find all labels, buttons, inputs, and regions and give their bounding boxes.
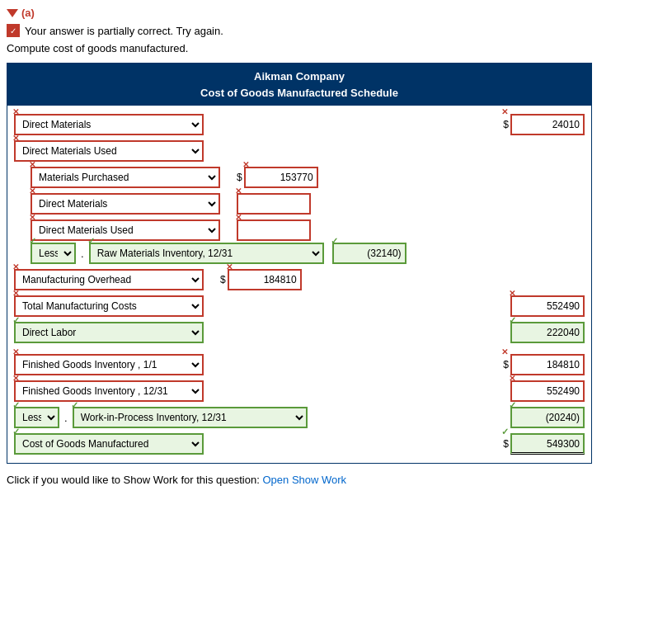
value-wrap-right-13: $ (503, 433, 585, 455)
select-materials-purchased[interactable]: Materials Purchased (31, 167, 220, 188)
select-finished-goods-1231[interactable]: Finished Goods Inventory , 12/31 (14, 380, 204, 402)
value-wrap-right-11 (510, 380, 585, 402)
input-20240[interactable] (510, 407, 585, 428)
dropdown-wrap-5: Direct Materials Used (31, 219, 220, 241)
row-direct-materials-used-1: Direct Materials Used (14, 140, 585, 162)
row-finished-goods-11: Finished Goods Inventory , 1/1 $ (14, 354, 585, 375)
dropdown-wrap-wip: Work-in-Process Inventory, 12/31 (73, 407, 308, 428)
input-552490-right[interactable] (510, 295, 585, 317)
value-wrap-mid-5 (237, 219, 311, 241)
row-manufacturing-overhead: Manufacturing Overhead $ (14, 269, 585, 290)
select-direct-labor[interactable]: Direct Labor (14, 322, 204, 343)
input-153770[interactable] (244, 167, 318, 188)
dollar-sign-3: $ (237, 172, 242, 183)
select-finished-goods-11[interactable]: Finished Goods Inventory , 1/1 (14, 354, 204, 375)
input-549300[interactable] (510, 433, 585, 455)
schedule-title: Cost of Goods Manufactured Schedule (11, 85, 588, 101)
dropdown-wrap-2: Direct Materials Used (14, 140, 204, 162)
footer: Click if you would like to Show Work for… (7, 474, 665, 486)
row-direct-materials-used-2: Direct Materials Used (14, 219, 585, 241)
value-wrap-mid-3 (244, 167, 318, 188)
row-materials-purchased: Materials Purchased $ (14, 167, 585, 188)
input-24010[interactable] (510, 114, 585, 135)
select-wip[interactable]: Work-in-Process Inventory, 12/31 (73, 407, 308, 428)
input-32140[interactable] (332, 243, 406, 264)
select-raw-materials[interactable]: Raw Materials Inventory, 12/31 (89, 243, 324, 264)
row-total-manufacturing: Total Manufacturing Costs (14, 295, 585, 317)
footer-text: Click if you would like to Show Work for… (7, 474, 260, 486)
dropdown-wrap-9: Direct Labor (14, 322, 204, 343)
select-cogm[interactable]: Cost of Goods Manufactured (14, 433, 204, 455)
schedule-body: Direct Materials $ Direct Materials Used… (7, 106, 591, 463)
select-manufacturing-overhead[interactable]: Manufacturing Overhead (14, 269, 204, 290)
dropdown-wrap-8: Total Manufacturing Costs (14, 295, 204, 317)
select-less-2[interactable]: Less (14, 407, 59, 428)
row-less-raw-materials: Less . Raw Materials Inventory, 12/31 (14, 243, 585, 264)
partial-correct-text: Your answer is partially correct. Try ag… (25, 25, 223, 37)
row-direct-materials-1: Direct Materials $ (14, 111, 585, 135)
row-direct-labor: Direct Labor (14, 322, 585, 343)
partial-correct-banner: ✓ Your answer is partially correct. Try … (7, 24, 665, 37)
company-name: Aikman Company (11, 68, 588, 85)
dollar-sign-1: $ (503, 119, 509, 130)
triangle-icon (7, 9, 18, 17)
value-wrap-mid-7 (228, 269, 302, 290)
dropdown-wrap-1: Direct Materials (14, 114, 204, 135)
value-wrap-right-8 (510, 295, 585, 317)
input-empty-4[interactable] (237, 193, 311, 215)
select-total-manufacturing[interactable]: Total Manufacturing Costs (14, 295, 204, 317)
input-empty-5[interactable] (237, 219, 311, 241)
input-184810-right[interactable] (510, 354, 585, 375)
dropdown-wrap-4: Direct Materials (31, 193, 220, 215)
value-wrap-mid-4 (237, 193, 311, 215)
instruction-text: Compute cost of goods manufactured. (7, 42, 665, 54)
select-direct-materials-used-2[interactable]: Direct Materials Used (31, 219, 220, 241)
value-wrap-32140 (332, 243, 406, 264)
row-less-wip: Less . Work-in-Process Inventory, 12/31 (14, 407, 585, 428)
dollar-sign-13: $ (503, 438, 509, 450)
open-show-work-link[interactable]: Open Show Work (262, 474, 346, 486)
section-label: (a) (21, 7, 35, 19)
section-a-header: (a) (7, 7, 665, 19)
dropdown-wrap-raw: Raw Materials Inventory, 12/31 (89, 243, 324, 264)
row-finished-goods-1231: Finished Goods Inventory , 12/31 (14, 380, 585, 402)
schedule-header: Aikman Company Cost of Goods Manufacture… (7, 64, 591, 106)
select-direct-materials-1[interactable]: Direct Materials (14, 114, 204, 135)
dropdown-wrap-less-1: Less (31, 243, 76, 264)
select-direct-materials-used-1[interactable]: Direct Materials Used (14, 140, 204, 162)
schedule-container: Aikman Company Cost of Goods Manufacture… (7, 63, 592, 464)
select-less-1[interactable]: Less (31, 243, 76, 264)
dropdown-wrap-3: Materials Purchased (31, 167, 220, 188)
dollar-sign-10: $ (503, 359, 509, 370)
dropdown-wrap-13: Cost of Goods Manufactured (14, 433, 204, 455)
value-wrap-right-1: $ (503, 114, 585, 135)
value-wrap-20240 (510, 407, 585, 428)
dropdown-wrap-7: Manufacturing Overhead (14, 269, 204, 290)
colon-1: . (81, 248, 84, 260)
input-222040[interactable] (510, 322, 585, 343)
dropdown-wrap-10: Finished Goods Inventory , 1/1 (14, 354, 204, 375)
dropdown-wrap-11: Finished Goods Inventory , 12/31 (14, 380, 204, 402)
value-wrap-right-9 (510, 322, 585, 343)
input-184810-mid[interactable] (228, 269, 302, 290)
row-direct-materials-2: Direct Materials (14, 193, 585, 215)
input-552490-right-2[interactable] (510, 380, 585, 402)
row-cogm: Cost of Goods Manufactured $ (14, 433, 585, 455)
dollar-sign-7: $ (220, 274, 226, 285)
value-wrap-right-10: $ (503, 354, 585, 375)
colon-2: . (64, 412, 68, 424)
select-direct-materials-2[interactable]: Direct Materials (31, 193, 220, 215)
error-check-icon: ✓ (7, 24, 20, 37)
dropdown-wrap-less-2: Less (14, 407, 59, 428)
